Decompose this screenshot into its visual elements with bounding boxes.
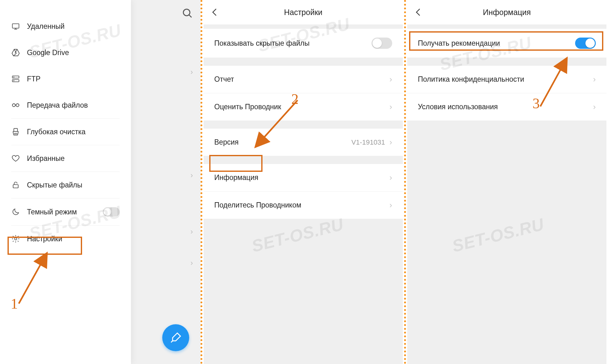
moon-icon bbox=[11, 208, 20, 216]
drawer-item-deep-clean[interactable]: Глубокая очистка bbox=[0, 119, 131, 145]
drawer-item-label: Глубокая очистка bbox=[27, 128, 120, 136]
chevron-right-icon: › bbox=[389, 74, 392, 84]
clean-icon bbox=[11, 127, 20, 136]
step-number-1: 1 bbox=[11, 295, 18, 312]
panel-settings: Настройки Показывать скрытые файлы Отчет… bbox=[204, 0, 403, 364]
list-item[interactable]: › bbox=[137, 216, 200, 247]
chevron-right-icon: › bbox=[190, 68, 193, 76]
drawer-item-label: Скрытые файлы bbox=[27, 181, 120, 189]
chevron-right-icon: › bbox=[389, 173, 392, 182]
row-label: Показывать скрытые файлы bbox=[214, 39, 372, 48]
drawer-item-label: Настройки bbox=[27, 235, 120, 243]
drawer-item-label: Передача файлов bbox=[27, 101, 120, 110]
chevron-right-icon: › bbox=[190, 171, 193, 180]
annotation-arrow-2 bbox=[247, 94, 310, 156]
panel-header: Настройки bbox=[204, 0, 403, 24]
drawer-item-label: Удаленный bbox=[27, 22, 120, 31]
gear-icon bbox=[11, 234, 20, 243]
recommendations-toggle[interactable] bbox=[575, 38, 596, 49]
step-number-2: 2 bbox=[291, 91, 299, 107]
drawer-item-ftp[interactable]: FTP bbox=[0, 66, 131, 92]
cleanup-fab[interactable] bbox=[162, 324, 189, 351]
drawer-item-label: Темный режим bbox=[27, 208, 103, 216]
svg-point-13 bbox=[13, 104, 15, 106]
show-hidden-toggle[interactable] bbox=[372, 38, 392, 49]
svg-point-12 bbox=[14, 80, 14, 81]
chevron-right-icon: › bbox=[389, 102, 392, 112]
divider-2 bbox=[404, 0, 406, 364]
list-item[interactable]: › bbox=[137, 160, 200, 191]
ftp-icon bbox=[11, 74, 20, 83]
back-icon[interactable] bbox=[413, 7, 424, 17]
row-label: Получать рекомендации bbox=[418, 39, 575, 48]
back-icon[interactable] bbox=[210, 7, 220, 17]
chevron-right-icon: › bbox=[593, 74, 596, 84]
remote-icon bbox=[11, 22, 20, 31]
dark-mode-toggle[interactable] bbox=[103, 207, 120, 217]
drawer-item-transfer[interactable]: Передача файлов bbox=[0, 92, 131, 118]
svg-rect-2 bbox=[13, 24, 19, 28]
brush-icon bbox=[169, 331, 182, 344]
row-label: Поделитесь Проводником bbox=[214, 201, 389, 209]
svg-rect-15 bbox=[14, 129, 18, 131]
chevron-right-icon: › bbox=[190, 259, 193, 267]
list-item[interactable]: › bbox=[137, 247, 200, 279]
drawer-item-dark-mode[interactable]: Темный режим bbox=[0, 198, 131, 225]
svg-line-8 bbox=[13, 53, 16, 56]
drawer-item-label: Google Drive bbox=[27, 49, 120, 57]
svg-point-20 bbox=[15, 238, 17, 240]
step-number-3: 3 bbox=[533, 95, 540, 112]
row-information[interactable]: Информация › bbox=[204, 164, 403, 191]
annotation-arrow-1 bbox=[13, 247, 63, 310]
row-label: Отчет bbox=[214, 75, 389, 84]
drawer-item-favorites[interactable]: Избранные bbox=[0, 145, 131, 172]
heart-icon bbox=[11, 154, 20, 163]
chevron-right-icon: › bbox=[389, 200, 392, 210]
page-title: Настройки bbox=[204, 8, 403, 17]
chevron-right-icon: › bbox=[593, 102, 596, 112]
svg-rect-19 bbox=[13, 185, 18, 188]
gdrive-icon bbox=[11, 48, 20, 57]
search-icon[interactable] bbox=[182, 8, 193, 19]
list-item[interactable]: › bbox=[137, 56, 200, 88]
svg-line-1 bbox=[189, 15, 192, 18]
drawer-item-label: FTP bbox=[27, 75, 120, 83]
annotation-arrow-3 bbox=[533, 53, 589, 116]
underlying-list: › › › › bbox=[137, 25, 200, 357]
panel-header: Информация bbox=[407, 0, 606, 24]
row-label: Информация bbox=[214, 173, 389, 182]
page-title: Информация bbox=[407, 8, 606, 17]
svg-point-0 bbox=[183, 9, 190, 16]
chevron-right-icon: › bbox=[389, 137, 392, 147]
row-report[interactable]: Отчет › bbox=[204, 66, 403, 93]
drawer-item-label: Избранные bbox=[27, 154, 120, 163]
drawer-item-google-drive[interactable]: Google Drive bbox=[0, 39, 131, 66]
row-share[interactable]: Поделитесь Проводником › bbox=[204, 191, 403, 219]
transfer-icon bbox=[11, 101, 20, 110]
svg-point-14 bbox=[16, 104, 19, 106]
drawer-item-hidden-files[interactable]: Скрытые файлы bbox=[0, 172, 131, 198]
drawer-item-remote[interactable]: Удаленный bbox=[0, 13, 131, 39]
divider-1 bbox=[200, 0, 202, 364]
row-show-hidden[interactable]: Показывать скрытые файлы bbox=[204, 29, 403, 58]
lock-icon bbox=[11, 181, 20, 189]
svg-point-11 bbox=[14, 77, 14, 77]
row-value: V1-191031 bbox=[351, 138, 385, 146]
chevron-right-icon: › bbox=[190, 227, 193, 236]
